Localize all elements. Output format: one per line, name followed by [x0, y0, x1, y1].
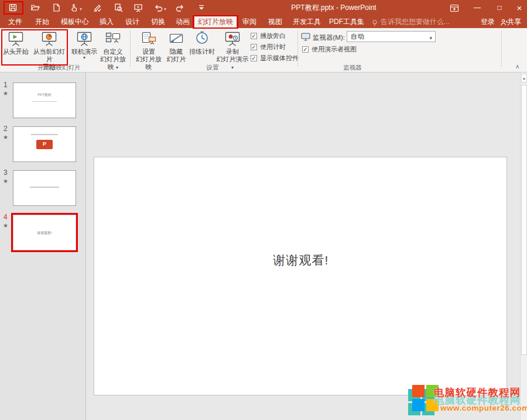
checkbox-check-icon: ✓ — [302, 46, 309, 53]
tab-file[interactable]: 文件 — [5, 16, 26, 28]
touch-mode-dropdown-icon[interactable]: ▾ — [80, 6, 82, 12]
animation-star-icon[interactable]: ★ — [3, 90, 11, 97]
tab-pdf-tools[interactable]: PDF工具集 — [328, 16, 365, 28]
checkbox-presenter-view-label: 使用演示者视图 — [312, 45, 357, 54]
slide-1-subtitle-line — [32, 101, 57, 102]
setup-slideshow-button[interactable]: 设置 幻灯片放映 — [134, 29, 164, 71]
watermark-flag-icon — [412, 385, 425, 397]
checkbox-check-icon: ✓ — [251, 33, 257, 39]
setup-slideshow-label-1: 设置 — [134, 48, 164, 56]
slide-thumbnail-panel: 1 ★ PPT教程 2 ★ P 3 ★ 4 ★ 谢谢观看! — [0, 73, 86, 420]
group-divider — [501, 30, 502, 67]
hide-slide-button[interactable]: 隐藏 幻灯片 — [165, 29, 187, 63]
watermark-site-name: 电脑软硬件教程网 — [434, 385, 526, 400]
slide-3-text-line — [30, 187, 59, 188]
ribbon-display-options-icon[interactable] — [450, 4, 460, 14]
tab-developer[interactable]: 开发工具 — [290, 16, 323, 28]
slide-thumbnail-4[interactable]: 谢谢观看! — [13, 215, 76, 250]
tab-insert[interactable]: 插入 — [96, 16, 117, 28]
custom-slideshow-button[interactable]: 自定义 幻灯片放映 ▾ — [97, 29, 129, 71]
custom-slideshow-label-1: 自定义 — [97, 48, 129, 56]
touch-mode-icon[interactable] — [69, 3, 80, 13]
slideshow-icon[interactable] — [134, 3, 144, 13]
rehearse-timings-label: 排练计时 — [189, 48, 215, 56]
checkbox-check-icon: ✓ — [251, 55, 257, 61]
tab-view[interactable]: 视图 — [265, 16, 286, 28]
tab-home[interactable]: 开始 — [32, 16, 53, 28]
monitor-icon — [301, 33, 312, 41]
monitor-select-label: 监视器(M): — [313, 33, 345, 42]
group-label-setup: 设置 — [195, 64, 230, 72]
undo-icon[interactable] — [153, 3, 164, 13]
monitor-select-value: 自动 — [351, 33, 364, 40]
custom-slideshow-label-2: 幻灯片放映 ▾ — [97, 56, 129, 71]
qat-customize-icon[interactable] — [197, 3, 207, 13]
slide-1-number: 1 — [4, 81, 12, 89]
print-preview-icon[interactable] — [114, 3, 124, 13]
slide-1-title: PPT教程 — [13, 92, 76, 98]
tab-animations[interactable]: 动画 — [172, 16, 193, 28]
tab-design[interactable]: 设计 — [122, 16, 143, 28]
checkbox-use-timings-label: 使用计时 — [260, 43, 286, 51]
animation-star-icon[interactable]: ★ — [3, 222, 11, 229]
rehearse-timings-icon — [189, 29, 215, 48]
powerpoint-window: ▾ ▾ PPT教程.pptx - PowerPoint — □ × 文件 — [0, 0, 527, 420]
slide-2-text-line — [31, 134, 58, 135]
group-divider — [130, 30, 131, 67]
from-current-slide-icon — [30, 29, 68, 48]
minimize-button[interactable]: — — [468, 0, 486, 16]
from-current-label-1: 从当前幻灯片 — [30, 48, 68, 63]
share-button[interactable]: 共享 — [507, 16, 525, 28]
checkbox-presenter-view[interactable]: ✓ 使用演示者视图 — [302, 45, 378, 54]
new-document-icon[interactable] — [52, 3, 62, 13]
redo-icon[interactable] — [176, 3, 186, 13]
checkbox-check-icon: ✓ — [251, 44, 257, 50]
ribbon-tab-row: 文件 开始 模板中心 插入 设计 切换 动画 幻灯片放映 审阅 视图 开发工具 … — [0, 16, 527, 28]
slide-body-text[interactable]: 谢谢观看! — [94, 252, 508, 268]
checkbox-show-media-controls-label: 显示媒体控件 — [260, 54, 299, 63]
open-icon[interactable] — [30, 3, 41, 13]
record-slideshow-label-1: 录制 — [215, 48, 249, 56]
record-slideshow-icon — [215, 29, 249, 48]
monitor-select[interactable]: 自动 ▾ — [347, 31, 436, 42]
custom-slideshow-dropdown-icon: ▾ — [116, 65, 118, 70]
present-online-dropdown-icon: ▾ — [71, 56, 97, 60]
checkbox-show-media-controls[interactable]: ✓ 显示媒体控件 — [251, 54, 315, 63]
tellme-input[interactable]: 告诉我您想要做什么... — [381, 16, 468, 28]
title-bar: ▾ ▾ PPT教程.pptx - PowerPoint — □ × — [0, 0, 527, 16]
vertical-scrollbar: ▲ — [520, 73, 527, 420]
scrollbar-up-button[interactable]: ▲ — [521, 74, 527, 82]
setup-slideshow-label-2: 幻灯片放映 — [134, 56, 164, 71]
scrollbar-thumb[interactable] — [521, 85, 527, 355]
group-label-start: 开始放映幻灯片 — [23, 64, 95, 72]
slide-4-number: 4 — [4, 213, 12, 221]
hide-slide-label-2: 幻灯片 — [165, 56, 187, 63]
from-beginning-label: 从头开始 — [2, 48, 29, 56]
slide-thumbnail-3[interactable] — [13, 170, 76, 206]
collapse-ribbon-icon[interactable]: ∧ — [515, 63, 519, 70]
tab-template-center[interactable]: 模板中心 — [59, 16, 91, 28]
proofing-icon[interactable] — [93, 3, 103, 13]
animation-star-icon[interactable]: ★ — [3, 134, 11, 140]
tab-slideshow[interactable]: 幻灯片放映 — [194, 16, 237, 28]
close-button[interactable]: × — [511, 0, 527, 16]
watermark-url: www.computer26.com — [440, 404, 527, 412]
save-icon[interactable] — [8, 3, 19, 13]
slide-4-text: 谢谢观看! — [13, 230, 76, 236]
custom-slideshow-icon — [97, 29, 129, 48]
slide-thumbnail-1[interactable]: PPT教程 — [13, 82, 76, 118]
tab-review[interactable]: 审阅 — [239, 16, 260, 28]
undo-dropdown-icon[interactable]: ▾ — [164, 6, 166, 12]
present-online-button[interactable]: 联机演示 ▾ — [71, 29, 97, 60]
slide-thumbnail-2[interactable]: P — [13, 126, 76, 162]
hide-slide-icon — [165, 29, 187, 48]
from-beginning-icon — [2, 29, 29, 48]
rehearse-timings-button[interactable]: 排练计时 — [189, 29, 215, 56]
slide-canvas[interactable]: 谢谢观看! — [94, 157, 507, 395]
sign-in-button[interactable]: 登录 — [478, 16, 498, 28]
tab-transitions[interactable]: 切换 — [148, 16, 169, 28]
checkbox-play-narrations-label: 播放旁白 — [260, 32, 286, 40]
animation-star-icon[interactable]: ★ — [3, 178, 11, 184]
maximize-button[interactable]: □ — [491, 0, 508, 16]
from-beginning-button[interactable]: 从头开始 — [2, 29, 29, 56]
